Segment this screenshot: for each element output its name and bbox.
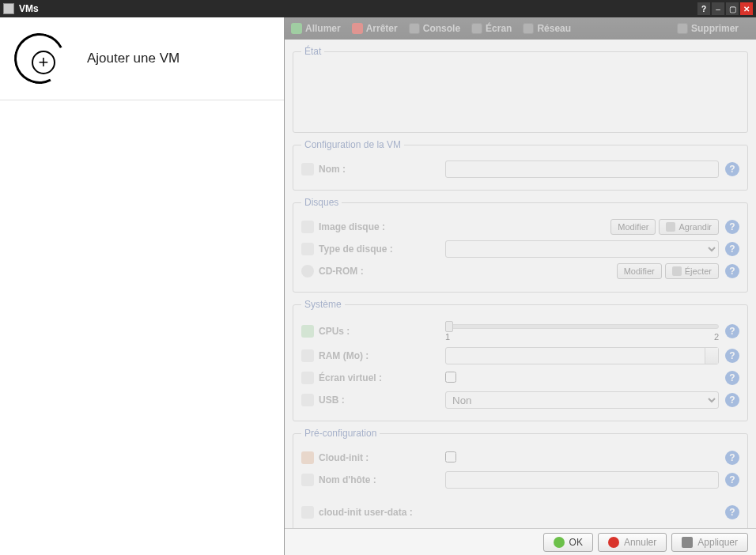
- eject-icon: [672, 266, 682, 276]
- userdata-icon: [301, 506, 314, 519]
- cloudinit-label: Cloud-init :: [319, 452, 445, 463]
- app-icon: [3, 3, 14, 14]
- tag-icon: [301, 163, 314, 176]
- cloudinit-icon: [301, 451, 314, 464]
- ok-icon: [554, 537, 565, 548]
- ok-button[interactable]: OK: [543, 533, 593, 552]
- ram-help[interactable]: ?: [725, 349, 739, 363]
- userdata-help[interactable]: ?: [725, 505, 739, 519]
- titlebar: VMs ? – ▢ ✕: [0, 0, 756, 17]
- state-legend: État: [301, 46, 324, 57]
- name-label: Nom :: [319, 164, 445, 175]
- cpu-min-label: 1: [445, 332, 450, 342]
- cpu-icon: [301, 325, 314, 338]
- ram-field[interactable]: [445, 347, 719, 364]
- console-button[interactable]: Console: [409, 23, 460, 34]
- ram-icon: [301, 349, 314, 362]
- maximize-button[interactable]: ▢: [726, 2, 739, 15]
- hostname-field[interactable]: [445, 471, 719, 489]
- vscreen-checkbox[interactable]: [445, 372, 456, 383]
- enlarge-icon: [666, 222, 675, 232]
- usb-icon: [301, 394, 314, 406]
- preconfig-legend: Pré-configuration: [301, 428, 380, 439]
- name-help[interactable]: ?: [725, 162, 739, 176]
- vm-detail-panel: Allumer Arrêter Console Écran Réseau Sup…: [285, 17, 756, 555]
- screen-button[interactable]: Écran: [471, 23, 512, 34]
- system-legend: Système: [301, 299, 345, 310]
- network-icon: [523, 23, 534, 34]
- add-vm-button[interactable]: Ajouter une VM: [0, 17, 284, 100]
- disk-image-modify-button[interactable]: Modifier: [610, 219, 656, 235]
- config-legend: Configuration de la VM: [301, 139, 404, 150]
- console-icon: [409, 23, 420, 34]
- cdrom-modify-button[interactable]: Modifier: [617, 263, 662, 279]
- trash-icon: [677, 23, 688, 34]
- system-section: Système CPUs : 1 2 ?: [293, 299, 748, 421]
- window-title: VMs: [19, 3, 696, 14]
- disk-type-label: Type de disque :: [319, 244, 445, 255]
- apply-icon: [682, 537, 693, 548]
- disks-section: Disques Image disque : Modifier Agrandir…: [293, 197, 748, 293]
- usb-label: USB :: [319, 395, 445, 406]
- vscreen-label: Écran virtuel :: [319, 372, 445, 383]
- cpus-label: CPUs :: [319, 326, 445, 337]
- cdrom-eject-button[interactable]: Éjecter: [665, 263, 719, 279]
- disk-type-icon: [301, 243, 314, 255]
- cpus-slider[interactable]: 1 2: [445, 319, 719, 343]
- cancel-icon: [608, 537, 619, 548]
- cloudinit-help[interactable]: ?: [725, 451, 739, 465]
- vscreen-help[interactable]: ?: [725, 371, 739, 385]
- hostname-label: Nom d'hôte :: [319, 474, 445, 485]
- cpu-max-label: 2: [714, 332, 719, 342]
- vm-list-sidebar: Ajouter une VM: [0, 17, 285, 555]
- state-section: État: [293, 46, 748, 133]
- preconfig-section: Pré-configuration Cloud-init : ? Nom d'h…: [293, 428, 748, 544]
- ram-label: RAM (Mo) :: [319, 350, 445, 361]
- vm-toolbar: Allumer Arrêter Console Écran Réseau Sup…: [285, 17, 756, 40]
- power-on-button[interactable]: Allumer: [291, 23, 341, 34]
- disk-image-help[interactable]: ?: [725, 220, 739, 234]
- disk-image-label: Image disque :: [319, 221, 445, 232]
- vscreen-icon: [301, 372, 314, 384]
- minimize-button[interactable]: –: [712, 2, 724, 15]
- usb-select[interactable]: Non: [445, 391, 719, 409]
- network-button[interactable]: Réseau: [523, 23, 571, 34]
- disks-legend: Disques: [301, 197, 342, 208]
- delete-button[interactable]: Supprimer: [677, 23, 739, 34]
- cancel-button[interactable]: Annuler: [598, 533, 667, 552]
- disk-image-icon: [301, 221, 314, 233]
- help-button[interactable]: ?: [697, 2, 710, 15]
- add-vm-icon: [14, 33, 65, 84]
- usb-help[interactable]: ?: [725, 393, 739, 407]
- userdata-label: cloud-init user-data :: [319, 507, 445, 518]
- power-off-icon: [352, 23, 363, 34]
- config-section: Configuration de la VM Nom : ?: [293, 139, 748, 191]
- cpus-help[interactable]: ?: [725, 324, 739, 338]
- power-off-button[interactable]: Arrêter: [352, 23, 398, 34]
- hostname-help[interactable]: ?: [725, 473, 739, 487]
- disk-type-select[interactable]: [445, 240, 719, 258]
- screen-icon: [471, 23, 482, 34]
- power-on-icon: [291, 23, 302, 34]
- name-field[interactable]: [445, 160, 719, 178]
- bottom-bar: OK Annuler Appliquer: [285, 528, 756, 555]
- cdrom-help[interactable]: ?: [725, 264, 739, 278]
- disk-image-enlarge-button[interactable]: Agrandir: [659, 219, 719, 235]
- cdrom-label: CD-ROM :: [319, 266, 445, 277]
- hostname-icon: [301, 474, 314, 486]
- disk-type-help[interactable]: ?: [725, 242, 739, 256]
- cloudinit-checkbox[interactable]: [445, 451, 456, 462]
- apply-button[interactable]: Appliquer: [671, 533, 748, 552]
- add-vm-label: Ajouter une VM: [87, 51, 180, 66]
- close-button[interactable]: ✕: [740, 2, 753, 15]
- cdrom-icon: [301, 265, 314, 278]
